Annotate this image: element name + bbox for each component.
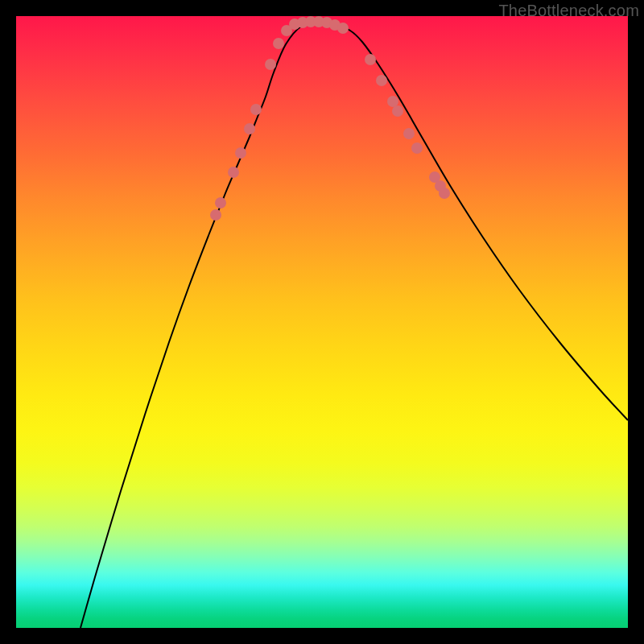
marker-point	[337, 23, 349, 34]
marker-point	[365, 54, 376, 65]
chart-frame: TheBottleneck.com	[0, 0, 644, 644]
highlight-markers	[210, 16, 450, 221]
watermark-text: TheBottleneck.com	[498, 2, 639, 20]
marker-point	[403, 128, 415, 139]
marker-point	[387, 96, 398, 107]
marker-point	[215, 197, 226, 208]
plot-area	[16, 16, 628, 628]
marker-point	[228, 167, 239, 178]
marker-point	[392, 105, 403, 117]
marker-point	[265, 59, 276, 70]
bottleneck-curve	[80, 23, 628, 628]
marker-point	[376, 75, 387, 86]
marker-point	[244, 123, 255, 134]
curve-layer	[16, 16, 628, 628]
marker-point	[411, 142, 423, 154]
marker-point	[210, 209, 221, 221]
marker-point	[439, 188, 450, 199]
marker-point	[250, 104, 262, 115]
marker-point	[273, 38, 284, 49]
marker-point	[235, 147, 246, 159]
